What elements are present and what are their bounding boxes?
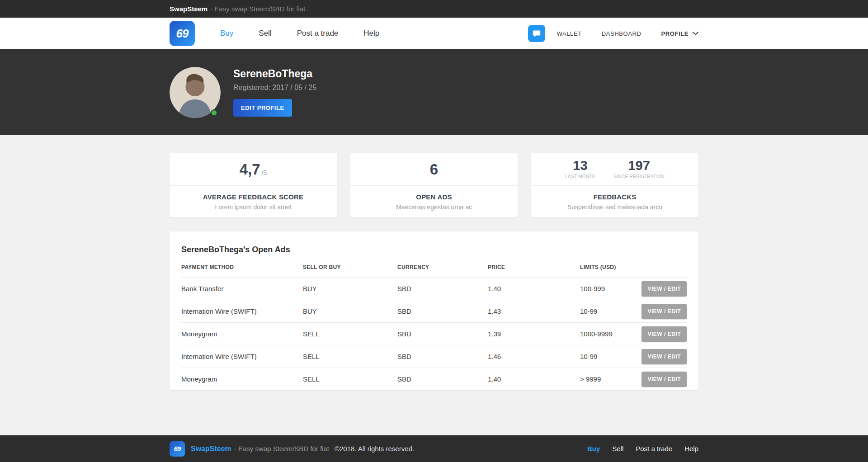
cell-price: 1.43 [488,307,580,315]
username: SereneBoThega [233,68,316,80]
footer-link-buy[interactable]: Buy [587,445,600,453]
footer-nav: Buy Sell Post a trade Help [587,445,698,453]
swapsteem-logo[interactable]: 69 [170,21,195,46]
cell-price: 1.40 [488,285,580,292]
open-ads-value: 6 [430,161,438,178]
nav-link-help[interactable]: Help [363,29,379,38]
footer-tagline: - Easy swap Steem/SBD for fiat [234,445,329,453]
footer-logo[interactable]: 69 [170,441,185,457]
feedbacks-last-month-label: LAST MONTH [565,174,595,179]
col-header-price: PRICE [488,264,580,270]
feedbacks-since-label: SINCE REGISTRATION [613,174,665,179]
feedbacks-since-value: 197 [613,159,665,173]
nav-link-buy[interactable]: Buy [220,29,233,38]
feedbacks-last-month-value: 13 [565,159,595,173]
cell-currency: SBD [397,307,488,315]
table-row: Bank Transfer BUY SBD 1.40 100-999 VIEW … [181,277,687,300]
cell-price: 1.39 [488,330,580,338]
average-feedback-score-card: 4,7 /5 AVERAGE FEEDBACK SCORE Lorem ipsu… [170,153,337,217]
cell-currency: SBD [397,375,488,383]
open-ads-card: 6 OPEN ADS Maecenas egestas urna ac [350,153,518,217]
col-header-limits: LIMITS (USD) [580,264,632,270]
online-status-dot [211,109,217,116]
table-row: Moneygram SELL SBD 1.39 1000-9999 VIEW /… [181,322,687,345]
topbar-tagline: - Easy swap Steem/SBD for fiat [210,5,305,13]
feedback-score-subtitle: Lorem ipsum dolor sit amet [215,203,292,211]
cell-side: SELL [303,353,397,360]
cell-side: SELL [303,330,397,338]
cell-currency: SBD [397,285,488,292]
cell-currency: SBD [397,353,488,360]
cell-payment-method: Moneygram [181,330,303,338]
feedbacks-card: 13 LAST MONTH 197 SINCE REGISTRATION FEE… [531,153,698,217]
cell-payment-method: Moneygram [181,375,303,383]
hero-text: SereneBoThega Registered: 2017 / 05 / 25… [233,68,316,117]
profile-hero: SereneBoThega Registered: 2017 / 05 / 25… [0,49,868,135]
feedbacks-since-registration: 197 SINCE REGISTRATION [613,159,665,179]
open-ads-subtitle: Maecenas egestas urna ac [396,203,472,211]
cell-price: 1.46 [488,353,580,360]
col-header-payment-method: PAYMENT METHOD [181,264,303,270]
table-row: Moneygram SELL SBD 1.40 > 9999 VIEW / ED… [181,368,687,390]
navbar: 69 Buy Sell Post a trade Help WALLET DAS… [0,18,868,49]
ads-table-title: SereneBoThega's Open Ads [181,245,687,255]
main-nav: Buy Sell Post a trade Help [220,29,379,38]
table-row: Internation Wire (SWIFT) SELL SBD 1.46 1… [181,345,687,368]
topbar-brand: SwapSteem [170,5,208,13]
cell-limits: 10-99 [580,353,632,360]
view-edit-button[interactable]: VIEW / EDIT [642,304,687,319]
feedback-score-value-area: 4,7 /5 [170,153,337,186]
stats-row: 4,7 /5 AVERAGE FEEDBACK SCORE Lorem ipsu… [170,153,698,217]
view-edit-button[interactable]: VIEW / EDIT [642,281,687,297]
feedback-score-title: AVERAGE FEEDBACK SCORE [203,193,303,201]
topbar: SwapSteem - Easy swap Steem/SBD for fiat [0,0,868,18]
cell-limits: > 9999 [580,375,632,383]
feedbacks-value-area: 13 LAST MONTH 197 SINCE REGISTRATION [531,153,698,186]
nav-link-post-a-trade[interactable]: Post a trade [297,29,339,38]
cell-side: BUY [303,285,397,292]
view-edit-button[interactable]: VIEW / EDIT [642,326,687,342]
cell-side: BUY [303,307,397,315]
open-ads-table-card: SereneBoThega's Open Ads PAYMENT METHOD … [170,231,698,390]
feedbacks-title: FEEDBACKS [593,193,636,201]
cell-limits: 10-99 [580,307,632,315]
profile-label: PROFILE [661,30,689,37]
open-ads-value-area: 6 [350,153,518,186]
feedback-score-value: 4,7 [240,161,260,178]
feedbacks-last-month: 13 LAST MONTH [565,159,595,179]
registered-date: Registered: 2017 / 05 / 25 [233,84,316,92]
cell-payment-method: Bank Transfer [181,285,303,292]
footer-logo-glyph: 69 [174,445,181,453]
cell-price: 1.40 [488,375,580,383]
footer-link-help[interactable]: Help [684,445,698,453]
cell-side: SELL [303,375,397,383]
ads-table-header: PAYMENT METHOD SELL OR BUY CURRENCY PRIC… [181,257,687,277]
nav-right: WALLET DASHBOARD PROFILE [528,25,698,42]
nav-link-dashboard[interactable]: DASHBOARD [602,30,642,37]
view-edit-button[interactable]: VIEW / EDIT [642,372,687,387]
table-row: Internation Wire (SWIFT) BUY SBD 1.43 10… [181,300,687,322]
main-content: 4,7 /5 AVERAGE FEEDBACK SCORE Lorem ipsu… [0,135,868,435]
open-ads-title: OPEN ADS [416,193,452,201]
chevron-down-icon [693,32,698,35]
chat-button[interactable] [528,25,545,42]
edit-profile-button[interactable]: EDIT PROFILE [233,99,292,117]
col-header-sell-or-buy: SELL OR BUY [303,264,397,270]
avatar [170,67,221,118]
footer-brand: SwapSteem [191,445,231,453]
footer-copyright: ©2018. All rights reserved. [335,445,414,453]
col-header-currency: CURRENCY [397,264,488,270]
nav-link-wallet[interactable]: WALLET [557,30,582,37]
chat-bubble-icon [532,29,541,38]
logo-glyph: 69 [176,27,189,41]
footer-link-sell[interactable]: Sell [612,445,623,453]
cell-payment-method: Internation Wire (SWIFT) [181,307,303,315]
cell-limits: 1000-9999 [580,330,632,338]
view-edit-button[interactable]: VIEW / EDIT [642,349,687,364]
footer-link-post-a-trade[interactable]: Post a trade [636,445,672,453]
footer: 69 SwapSteem - Easy swap Steem/SBD for f… [0,435,868,462]
nav-link-profile[interactable]: PROFILE [661,30,698,37]
cell-payment-method: Internation Wire (SWIFT) [181,353,303,360]
cell-limits: 100-999 [580,285,632,292]
nav-link-sell[interactable]: Sell [259,29,271,38]
